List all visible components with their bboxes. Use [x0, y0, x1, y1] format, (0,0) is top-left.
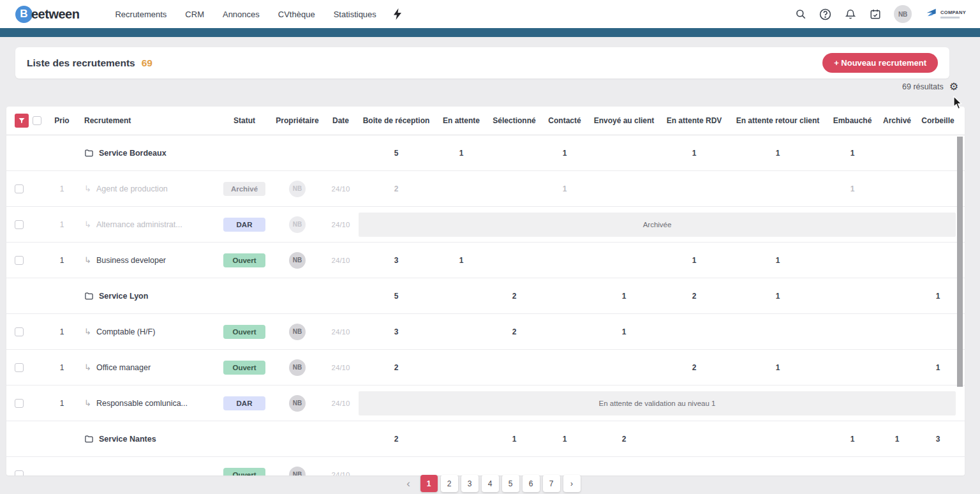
- child-arrow-icon: ↳: [84, 363, 91, 372]
- cell-selectionne: 1: [489, 435, 540, 444]
- col-archive[interactable]: Archivé: [879, 116, 915, 125]
- row-checkbox[interactable]: [15, 363, 24, 372]
- nav-statistiques[interactable]: Statistiques: [334, 10, 376, 19]
- job-row-responsable-communication[interactable]: 1 ↳ Responsable comlunica... DAR NB 24/1…: [6, 385, 965, 421]
- row-checkbox[interactable]: [15, 220, 24, 229]
- col-en-attente[interactable]: En attente: [434, 116, 489, 125]
- accent-bar: [0, 28, 980, 37]
- col-recrutement[interactable]: Recrutement: [77, 116, 217, 125]
- job-name[interactable]: Business developer: [96, 256, 166, 265]
- job-row-office-manager[interactable]: 1 ↳ Office manager Ouvert NB 24/10 2 2 1…: [6, 350, 965, 385]
- date: 24/10: [323, 400, 359, 407]
- vertical-scrollbar[interactable]: [957, 137, 963, 387]
- col-statut[interactable]: Statut: [217, 116, 272, 125]
- job-name[interactable]: Comptable (H/F): [96, 327, 155, 336]
- page-5[interactable]: 5: [502, 475, 519, 492]
- col-boite-reception[interactable]: Boîte de réception: [359, 116, 434, 125]
- lightning-icon[interactable]: [393, 8, 402, 20]
- cell-embauche: 1: [826, 435, 879, 444]
- page-next-icon[interactable]: ›: [563, 475, 581, 492]
- child-arrow-icon: ↳: [84, 398, 91, 408]
- job-row-comptable[interactable]: 1 ↳ Comptable (H/F) Ouvert NB 24/10 3 2 …: [6, 314, 965, 350]
- group-name: Service Bordeaux: [99, 149, 167, 158]
- job-name[interactable]: Responsable comlunica...: [96, 399, 188, 408]
- page-prev-icon[interactable]: ‹: [400, 475, 417, 492]
- cell-envoye: 1: [590, 292, 658, 301]
- cell-boite: 3: [359, 256, 434, 265]
- child-arrow-icon: ↳: [84, 255, 91, 265]
- folder-icon: [84, 291, 94, 301]
- cell-attente: 1: [434, 256, 489, 265]
- select-all-checkbox[interactable]: [33, 116, 41, 125]
- page-3[interactable]: 3: [461, 475, 479, 492]
- main-nav: Recrutements CRM Annonces CVthèque Stati…: [115, 10, 376, 19]
- recruitments-table: Prio Recrutement Statut Propriétaire Dat…: [6, 107, 965, 475]
- prio: 1: [47, 256, 77, 265]
- folder-icon: [84, 148, 94, 158]
- cell-rdv: 2: [658, 292, 730, 301]
- col-contacte[interactable]: Contacté: [540, 116, 590, 125]
- job-row-business-developer[interactable]: 1 ↳ Business developer Ouvert NB 24/10 3…: [6, 243, 965, 278]
- calendar-icon[interactable]: [869, 8, 881, 20]
- company-logo[interactable]: COMPANY: [924, 8, 966, 20]
- row-checkbox[interactable]: [15, 327, 24, 336]
- cell-selectionne: 2: [489, 327, 540, 336]
- nav-cvtheque[interactable]: CVthèque: [278, 10, 315, 19]
- col-envoye-client[interactable]: Envoyé au client: [590, 116, 658, 125]
- col-prio[interactable]: Prio: [47, 116, 77, 125]
- user-avatar[interactable]: NB: [894, 5, 912, 23]
- search-icon[interactable]: [794, 8, 806, 20]
- job-name[interactable]: Agent de production: [96, 184, 168, 193]
- beetween-logo[interactable]: B eetween: [15, 6, 79, 23]
- filter-icon[interactable]: [15, 114, 29, 128]
- nav-annonces[interactable]: Annonces: [223, 10, 260, 19]
- page-2[interactable]: 2: [441, 475, 458, 492]
- page-6[interactable]: 6: [523, 475, 540, 492]
- col-corbeille[interactable]: Corbeille: [915, 116, 961, 125]
- col-date[interactable]: Date: [323, 116, 359, 125]
- group-name: Service Nantes: [99, 435, 156, 444]
- status-banner: En attente de validation au niveau 1: [359, 391, 956, 415]
- job-name[interactable]: Alternance administrat...: [96, 220, 182, 229]
- page-4[interactable]: 4: [482, 475, 499, 492]
- cell-corbeille: 3: [915, 435, 961, 444]
- job-row-alternance-administrative[interactable]: 1 ↳ Alternance administrat... DAR NB 24/…: [6, 207, 965, 243]
- row-checkbox[interactable]: [15, 184, 24, 193]
- cell-boite: 2: [359, 184, 434, 193]
- status-badge: Ouvert: [223, 253, 265, 267]
- group-row-service-lyon[interactable]: Service Lyon 5 2 1 2 1 1: [6, 278, 965, 314]
- cell-boite: 2: [359, 363, 434, 372]
- date: 24/10: [323, 328, 359, 336]
- page-7[interactable]: 7: [543, 475, 560, 492]
- job-name[interactable]: Office manager: [96, 363, 151, 372]
- nav-crm[interactable]: CRM: [185, 10, 204, 19]
- col-attente-retour-client[interactable]: En attente retour client: [730, 116, 826, 125]
- notifications-bell-icon[interactable]: [844, 8, 856, 20]
- date: 24/10: [323, 364, 359, 371]
- owner-avatar: NB: [289, 395, 306, 412]
- help-icon[interactable]: [819, 8, 831, 20]
- page-1[interactable]: 1: [420, 475, 438, 492]
- row-checkbox[interactable]: [15, 256, 24, 265]
- status-badge: DAR: [223, 396, 265, 410]
- col-selectionne[interactable]: Sélectionné: [489, 116, 540, 125]
- row-checkbox[interactable]: [15, 399, 24, 408]
- results-line: 69 résultats ⚙: [902, 82, 958, 92]
- job-row-agent-de-production[interactable]: 1 ↳ Agent de production Archivé NB 24/10…: [6, 171, 965, 207]
- company-name: COMPANY: [940, 10, 966, 15]
- nav-recrutements[interactable]: Recrutements: [115, 10, 167, 19]
- pagination: ‹ 1 2 3 4 5 6 7 ›: [0, 475, 980, 492]
- group-row-service-bordeaux[interactable]: Service Bordeaux 5 1 1 1 1 1: [6, 135, 965, 171]
- col-attente-rdv[interactable]: En attente RDV: [658, 116, 730, 125]
- col-proprietaire[interactable]: Propriétaire: [272, 116, 323, 125]
- cell-envoye: 2: [590, 435, 658, 444]
- job-row-partial[interactable]: Ouvert NB 24/10: [6, 457, 965, 475]
- cell-envoye: 1: [590, 327, 658, 336]
- new-recruitment-button[interactable]: + Nouveau recrutement: [822, 53, 938, 73]
- table-settings-gear-icon[interactable]: ⚙: [949, 82, 958, 92]
- status-badge: DAR: [223, 218, 265, 232]
- col-embauche[interactable]: Embauché: [826, 116, 879, 125]
- folder-icon: [84, 434, 94, 444]
- group-row-service-nantes[interactable]: Service Nantes 2 1 1 2 1 1 3: [6, 421, 965, 457]
- cell-contacte: 1: [540, 149, 590, 158]
